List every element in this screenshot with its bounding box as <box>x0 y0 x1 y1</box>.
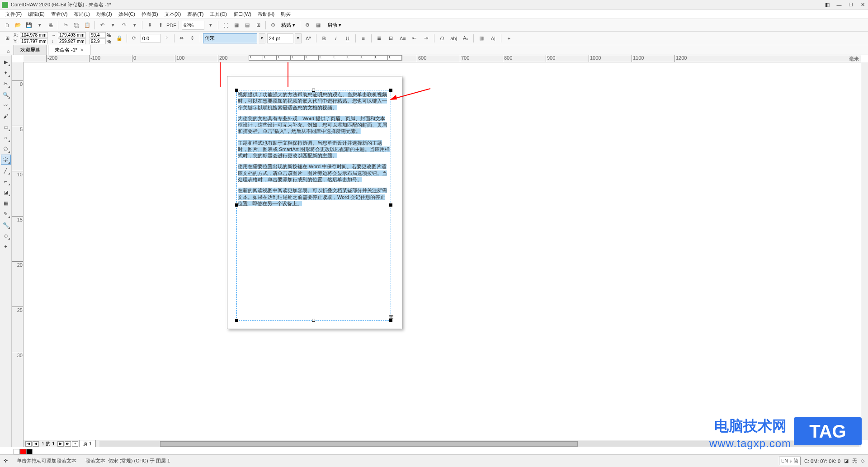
y-position-input[interactable] <box>20 38 48 44</box>
menu-view[interactable]: 查看(V) <box>48 10 71 19</box>
help-square-icon[interactable]: ◧ <box>824 1 831 9</box>
save-dropdown[interactable]: ▾ <box>35 21 44 30</box>
mirror-h-icon[interactable]: ⇔ <box>177 34 186 43</box>
menu-window[interactable]: 窗口(W) <box>231 10 254 19</box>
handle-middle-right[interactable] <box>389 203 392 207</box>
lock-ratio-icon[interactable]: 🔒 <box>115 34 124 43</box>
tab-document[interactable]: 未命名 -1*✕ <box>48 45 90 55</box>
rectangle-tool[interactable]: ▭ <box>1 122 11 132</box>
number-list-icon[interactable]: ⊟ <box>386 33 396 43</box>
scale-x-input[interactable] <box>90 32 106 38</box>
outline-color-swatch[interactable] <box>26 449 33 454</box>
indent-increase-icon[interactable]: ⇥ <box>421 33 431 43</box>
outline-none-swatch[interactable] <box>14 449 20 454</box>
x-position-input[interactable] <box>20 32 48 38</box>
app-launcher-icon[interactable]: ▦ <box>314 21 323 30</box>
hscroll-track[interactable] <box>99 441 859 447</box>
font-size-units-icon[interactable]: Aª <box>303 33 313 43</box>
tab-welcome[interactable]: 欢迎屏幕 <box>14 45 47 55</box>
fill-tool[interactable]: 🔧 <box>1 220 11 230</box>
pdf-button[interactable]: PDF <box>167 21 176 30</box>
font-family-select[interactable]: 仿宋 <box>203 33 257 43</box>
handle-bottom-middle[interactable] <box>312 319 315 322</box>
export-button[interactable]: ⬆ <box>156 21 165 30</box>
width-input[interactable] <box>58 32 86 38</box>
grid-button[interactable]: ▤ <box>243 21 252 30</box>
text-overflow-handle[interactable] <box>388 315 394 321</box>
align-button[interactable]: ≡ <box>359 33 368 43</box>
first-page-button[interactable]: ⏮ <box>25 441 32 447</box>
handle-bottom-left[interactable] <box>235 319 238 322</box>
font-size-select[interactable]: 24 pt <box>267 33 293 43</box>
variable-fonts-icon[interactable]: O <box>437 33 447 43</box>
fill-color-swatch[interactable] <box>20 449 26 454</box>
add-page-button[interactable]: + <box>72 441 78 447</box>
zoom-dropdown[interactable]: ▾ <box>206 21 215 30</box>
menu-layout[interactable]: 布局(L) <box>71 10 92 19</box>
text-tab-ruler[interactable] <box>249 55 402 61</box>
paragraph-text-frame[interactable]: 视频提供了功能强大的方法帮助您证明您的观点。当您单击联机视频时，可以在想要添加的… <box>236 90 391 321</box>
scale-y-input[interactable] <box>90 38 106 44</box>
add-button[interactable]: + <box>504 33 514 43</box>
menu-bitmap[interactable]: 位图(B) <box>139 10 161 19</box>
add-tool-button[interactable]: + <box>1 241 11 251</box>
menu-edit[interactable]: 编辑(E) <box>25 10 47 19</box>
connector-tool[interactable]: ⌐ <box>1 176 11 186</box>
tab-close-icon[interactable]: ✕ <box>80 47 84 52</box>
eyedropper-tool[interactable]: ✎ <box>1 209 11 219</box>
redo-dropdown[interactable]: ▾ <box>130 21 139 30</box>
bullet-list-icon[interactable]: ≣ <box>374 33 384 43</box>
prev-page-button[interactable]: ◀ <box>33 441 39 447</box>
vertical-scrollbar[interactable] <box>861 62 868 440</box>
columns-icon[interactable]: ▥ <box>476 33 486 43</box>
handle-middle-left[interactable] <box>235 203 238 207</box>
maximize-button[interactable]: ☐ <box>847 1 854 9</box>
transparency-tool[interactable]: ▦ <box>1 198 11 208</box>
text-content[interactable]: 视频提供了功能强大的方法帮助您证明您的观点。当您单击联机视频时，可以在想要添加的… <box>237 90 391 212</box>
mirror-v-icon[interactable]: ⇕ <box>188 34 197 43</box>
minimize-button[interactable]: — <box>835 1 843 9</box>
canvas-area[interactable]: 视频提供了功能强大的方法帮助您证明您的观点。当您单击联机视频时，可以在想要添加的… <box>24 62 861 440</box>
dropcap-icon[interactable]: A≡ <box>398 33 408 43</box>
options-button[interactable]: ⚙ <box>269 21 278 30</box>
menu-file[interactable]: 文件(F) <box>3 10 24 19</box>
hscroll-thumb[interactable] <box>160 441 578 447</box>
text-properties-icon[interactable]: Aₐ <box>461 33 471 43</box>
fullscreen-button[interactable]: ⛶ <box>221 21 230 30</box>
height-input[interactable] <box>58 38 86 44</box>
menu-tools[interactable]: 工具(O) <box>207 10 230 19</box>
page-tab[interactable]: 页 1 <box>79 440 95 448</box>
text-tool[interactable]: 字 <box>1 155 11 165</box>
pick-tool[interactable]: ▶ <box>1 57 11 67</box>
freehand-tool[interactable]: 〰 <box>1 100 11 110</box>
new-button[interactable]: 🗋 <box>3 21 12 30</box>
text-frame-icon[interactable]: ab| <box>449 33 459 43</box>
home-icon[interactable]: ⌂ <box>5 47 12 55</box>
handle-top-middle[interactable] <box>312 89 315 92</box>
handle-top-left[interactable] <box>235 89 238 92</box>
underline-button[interactable]: U <box>343 33 353 43</box>
crop-tool[interactable]: ✂ <box>1 79 11 89</box>
import-button[interactable]: ⬇ <box>145 21 154 30</box>
gear-icon[interactable]: ⚙ <box>303 21 312 30</box>
menu-buy[interactable]: 购买 <box>278 10 293 19</box>
menu-object[interactable]: 对象(J) <box>94 10 115 19</box>
print-button[interactable]: 🖶 <box>46 21 55 30</box>
next-page-button[interactable]: ▶ <box>57 441 64 447</box>
bold-button[interactable]: B <box>319 33 329 43</box>
menu-table[interactable]: 表格(T) <box>184 10 206 19</box>
drop-shadow-tool[interactable]: ◪ <box>1 187 11 197</box>
size-dropdown-arrow[interactable]: ▼ <box>295 33 302 43</box>
snap-button[interactable]: ▦ <box>232 21 241 30</box>
paste-special-button[interactable]: 粘贴 ▾ <box>279 21 297 30</box>
last-page-button[interactable]: ⏭ <box>65 441 71 447</box>
polygon-tool[interactable]: ⬠ <box>1 144 11 154</box>
ellipse-tool[interactable]: ○ <box>1 133 11 143</box>
parallel-dimension-tool[interactable]: ╱ <box>1 165 11 175</box>
language-indicator[interactable]: EN ♪ 简 <box>779 457 801 465</box>
artistic-media-tool[interactable]: 🖌 <box>1 111 11 121</box>
undo-button[interactable]: ↶ <box>98 21 107 30</box>
copy-button[interactable]: ⿻ <box>72 21 81 30</box>
undo-dropdown[interactable]: ▾ <box>108 21 118 30</box>
start-button[interactable]: 启动 ▾ <box>325 21 344 30</box>
